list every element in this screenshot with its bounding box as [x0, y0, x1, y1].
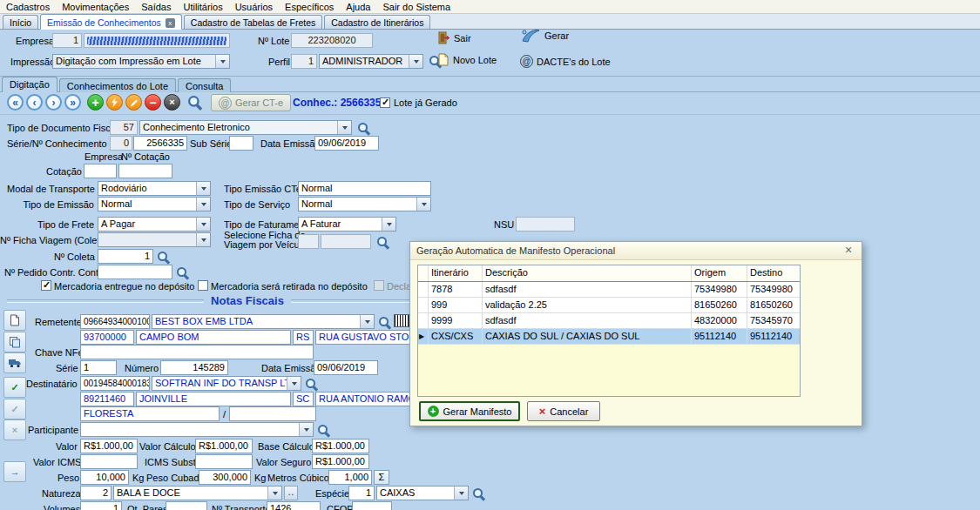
close-tab-icon[interactable]: x — [166, 18, 175, 28]
gerar-manifesto-button[interactable]: + Gerar Manifesto — [419, 401, 520, 421]
combo-arrow-icon[interactable] — [196, 182, 210, 195]
destinatario-endereco-field[interactable]: RUA ANTONIO RAMOS ALVIM — [315, 392, 416, 406]
menu-ajuda[interactable]: Ajuda — [340, 1, 376, 13]
combo-arrow-icon[interactable] — [409, 55, 422, 68]
tab-emissao-de-conhecimentos[interactable]: Emissão de Conhecimentos x — [40, 14, 182, 30]
subtab-consulta[interactable]: Consulta — [178, 78, 231, 92]
nav-first-icon[interactable]: « — [7, 94, 24, 111]
combo-arrow-icon[interactable] — [360, 315, 374, 328]
ficha-veiculo-code-field[interactable] — [298, 234, 319, 249]
declaracao-transporte-checkbox[interactable] — [374, 280, 384, 291]
menu-especificos[interactable]: Específicos — [279, 1, 340, 13]
copy-note-button[interactable] — [3, 332, 26, 352]
close-icon[interactable]: × — [841, 244, 855, 258]
impressao-combo[interactable]: Digitação com Impressão em Lote — [52, 54, 230, 69]
sub-serie-field[interactable] — [229, 136, 253, 151]
destinatario-combo[interactable]: SOFTRAN INF DO TRANSP LTDA — [152, 376, 301, 391]
tab-cadastro-tabelas-fretes[interactable]: Cadastro de Tabelas de Fretes — [184, 15, 322, 29]
combo-arrow-icon[interactable] — [416, 198, 430, 211]
combo-arrow-icon[interactable] — [337, 121, 351, 134]
dialog-title-bar[interactable]: Geração Automatica de Manifesto Operacio… — [410, 242, 862, 260]
combo-arrow-icon[interactable] — [267, 487, 281, 500]
gerar-button[interactable]: Gerar — [520, 28, 569, 44]
num-transporte-field[interactable]: 1426 — [267, 501, 321, 510]
search-icon[interactable] — [378, 316, 391, 329]
tipo-faturamento-combo[interactable]: A Faturar — [298, 217, 396, 232]
subtab-conhecimentos-do-lote[interactable]: Conhecimentos do Lote — [59, 78, 176, 92]
nf-numero-field[interactable]: 145289 — [160, 360, 228, 375]
remetente-endereco-field[interactable]: RUA GUSTAVO STOFFEL — [315, 330, 416, 345]
truck-button[interactable] — [3, 352, 26, 373]
numero-conhecimento-field[interactable]: 2566335 — [133, 136, 187, 151]
participante-combo[interactable] — [80, 422, 314, 437]
nav-next-icon[interactable]: › — [45, 94, 62, 111]
cancel-icon[interactable]: × — [164, 94, 180, 111]
valor-seguro-field[interactable]: R$1.000,00 — [312, 454, 369, 469]
search-icon[interactable] — [305, 378, 318, 391]
data-emissao-field[interactable]: 09/06/2019 — [314, 136, 379, 151]
mercadoria-entregue-checkbox[interactable] — [41, 280, 51, 291]
combo-arrow-icon[interactable] — [196, 218, 210, 231]
especie-code-field[interactable]: 1 — [348, 486, 375, 500]
perfil-combo[interactable]: ADMINISTRADOR — [319, 54, 423, 69]
tipo-frete-combo[interactable]: A Pagar — [98, 217, 211, 232]
tipo-documento-combo[interactable]: Conhecimento Eletronico — [139, 120, 352, 135]
valor-field[interactable]: R$1.000,00 — [80, 439, 138, 453]
ficha-veiculo-field[interactable] — [321, 234, 371, 249]
remetente-combo[interactable]: BEST BOX EMB LTDA — [152, 314, 375, 329]
destinatario-uf-field[interactable]: SC — [293, 392, 314, 406]
modal-transporte-combo[interactable]: Rodoviário — [98, 181, 211, 196]
tab-inicio[interactable]: Início — [3, 15, 38, 29]
empresa-name-field[interactable] — [84, 33, 230, 48]
transfer-button[interactable]: → — [3, 461, 26, 482]
search-icon[interactable] — [317, 424, 330, 437]
remetente-uf-field[interactable]: RS — [293, 330, 314, 345]
combo-arrow-icon[interactable] — [196, 198, 210, 211]
combo-arrow-icon[interactable] — [287, 377, 301, 390]
nf-data-emissao-field[interactable]: 09/06/2019 — [314, 360, 378, 375]
delete-record-icon[interactable]: − — [145, 94, 161, 111]
metros-cubicos-field[interactable]: 1,000 — [328, 470, 372, 485]
lote-field[interactable]: 223208020 — [291, 33, 373, 48]
destinatario-cep-field[interactable]: 89211460 — [80, 392, 134, 406]
base-calculo-field[interactable]: R$1.000,00 — [312, 439, 369, 453]
empresa-code-field[interactable]: 1 — [52, 33, 82, 48]
destinatario-complemento-field[interactable] — [229, 406, 316, 421]
search-icon[interactable] — [187, 95, 202, 110]
chave-nfe-field[interactable] — [80, 345, 314, 359]
cotacao-empresa-field[interactable] — [84, 164, 117, 178]
natureza-options-button[interactable]: ‥ — [284, 486, 298, 500]
grid-row[interactable]: 999 validação 2.25 81650260 81650260 — [418, 298, 800, 313]
nsu-field[interactable] — [516, 217, 575, 232]
barcode-icon[interactable] — [394, 314, 409, 327]
tab-cadastro-itinerarios[interactable]: Cadastro de Itinerários — [324, 15, 430, 29]
natureza-combo[interactable]: BALA E DOCE — [113, 486, 282, 500]
nav-prior-icon[interactable]: ‹ — [26, 94, 43, 111]
confirm-all-button[interactable]: ✓ — [3, 399, 26, 419]
remetente-cep-field[interactable]: 93700000 — [80, 330, 134, 345]
serie-conhecimento-serie-field[interactable]: 0 — [110, 136, 132, 151]
gerar-cte-button[interactable]: @ Gerar CT-e — [211, 94, 291, 111]
new-note-button[interactable] — [3, 310, 26, 331]
subtab-digitacao[interactable]: Digitação — [2, 77, 57, 92]
search-icon[interactable] — [357, 122, 370, 135]
remetente-cidade-field[interactable]: CAMPO BOM — [136, 330, 291, 345]
search-icon[interactable] — [176, 266, 189, 279]
valor-calculo-field[interactable]: R$1.000,00 — [195, 439, 253, 453]
itinerarios-grid[interactable]: Itinerário Descrição Origem Destino 7878… — [417, 265, 801, 397]
edit-pencil-icon[interactable] — [125, 94, 142, 111]
peso-field[interactable]: 10,000 — [80, 470, 129, 485]
tipo-servico-combo[interactable]: Normal — [298, 197, 431, 211]
destinatario-bairro-field[interactable]: FLORESTA — [80, 406, 220, 421]
grid-row[interactable]: 7878 sdfasdf 75349980 75349980 — [418, 282, 800, 298]
combo-arrow-icon[interactable] — [454, 487, 468, 500]
pedido-container-field[interactable] — [98, 265, 172, 279]
menu-movimentacoes[interactable]: Movimentações — [56, 1, 135, 13]
sair-button[interactable]: Sair — [437, 31, 471, 44]
combo-arrow-icon[interactable] — [215, 55, 229, 68]
add-record-icon[interactable]: + — [87, 94, 104, 111]
cfop-field[interactable]: . — [352, 501, 392, 510]
valor-icms-field[interactable] — [80, 454, 138, 469]
cotacao-numero-field[interactable] — [118, 164, 172, 178]
perfil-code-field[interactable]: 1 — [291, 54, 317, 69]
